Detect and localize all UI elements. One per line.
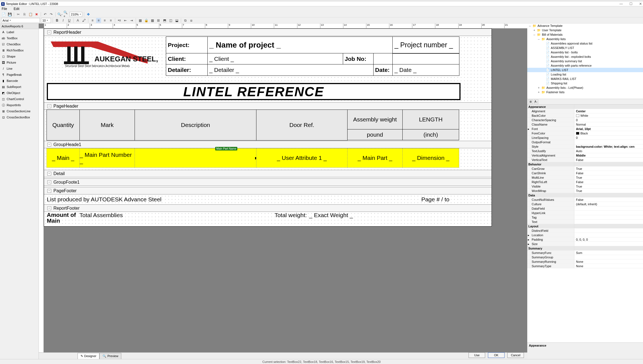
toolbox-item[interactable]: ¶PageBreak [0,72,38,78]
tree-item[interactable]: 📄Loading list [527,72,643,77]
group-icon[interactable]: ⧉ [183,18,188,23]
bullets-icon[interactable]: •≡ [117,18,122,23]
property-row[interactable]: WordWrapTrue [527,189,643,193]
italic-icon[interactable]: I [61,18,66,23]
cut-icon[interactable]: ✂ [16,12,21,17]
outdent-icon[interactable]: ⇤ [123,18,128,23]
property-row[interactable]: HyperLink [527,211,643,215]
menu-file[interactable]: File [2,7,7,11]
underline-icon[interactable]: U [67,18,72,23]
tree-item[interactable]: –📁Advance Template [527,24,643,28]
menu-edit[interactable]: Edit [14,7,19,11]
property-row[interactable]: SummaryRunningNone [527,259,643,264]
tree-item[interactable]: +📁Assembly lists - Lot(Phase) [527,85,643,90]
delete-icon[interactable]: ✖ [34,12,39,17]
undo-icon[interactable]: ↶ [43,12,48,17]
property-row[interactable]: AlignmentCenter [527,109,643,113]
ok-button[interactable]: OK [488,352,505,358]
align-middle-icon[interactable]: ◫ [168,18,173,23]
highlight-icon[interactable]: 🖍 [81,18,86,23]
tree-item[interactable]: 📄Assembly with parts reference [527,63,643,68]
align-center-icon[interactable]: ≡ [96,18,101,23]
border-icon[interactable]: ▦ [138,18,143,23]
toolbox-item[interactable]: ⓘReportInfo [0,102,38,108]
property-row[interactable]: Stylebackground-color: White; text-align… [527,144,643,149]
collapse-icon[interactable]: − [47,30,51,34]
zoom-in-icon[interactable]: 🔍+ [63,12,68,17]
toolbox-item[interactable]: ◩OleObject [0,90,38,96]
tree-item[interactable]: +📁Fastener lists [527,90,643,94]
property-row[interactable]: Tag [527,215,643,220]
maximize-button[interactable]: ☐ [629,2,632,6]
redo-icon[interactable]: ↷ [49,12,54,17]
close-button[interactable]: ✕ [639,2,642,6]
toolbox-item[interactable]: ≣RichTextBox [0,47,38,53]
lock-icon[interactable]: 🔒 [144,18,149,23]
bold-icon[interactable]: B [55,18,60,23]
tree-item[interactable]: 📄Assembly list - exploded bolts [527,54,643,59]
toolbox-item[interactable]: ☑CheckBox [0,41,38,47]
header-table[interactable]: Project: _ Name of project _ _ Project n… [166,37,459,76]
font-size-select[interactable]: 10 [41,18,51,23]
align-top-icon[interactable]: ⬒ [162,18,167,23]
tree-item[interactable]: 📄Assemblies approval status list [527,41,643,46]
property-row[interactable]: SummaryFuncSum [527,251,643,255]
property-row[interactable]: SummaryGroup [527,255,643,259]
report-title-box[interactable]: LINTEL REFERENCE [47,83,461,100]
property-row[interactable]: Text [527,220,643,224]
move-icon[interactable]: ✥ [86,12,91,17]
toolbox-item[interactable]: abTextBox [0,35,38,41]
toolbox-item[interactable]: ▤SubReport [0,84,38,90]
property-row[interactable]: DataField [527,206,643,211]
pagefooter-left[interactable]: List produced by AUTODESK Advance Steel [47,196,161,203]
property-row[interactable]: SummaryTypeNone [527,264,643,268]
toolbox-item[interactable]: ⊡CrossSectionBox [0,114,38,120]
property-row[interactable]: CanShrinkFalse [527,171,643,175]
grid-icon[interactable]: ▦ [150,18,155,23]
toolbox-item[interactable]: ALabel [0,29,38,35]
property-row[interactable]: VerticalTextFalse [527,158,643,162]
tree-item[interactable]: 📄LINTEL LIST [527,68,643,72]
property-row[interactable]: DistinctField [527,228,643,233]
property-row[interactable]: RightToLeftFalse [527,180,643,184]
align-justify-icon[interactable]: ≡ [108,18,113,23]
ungroup-icon[interactable]: ⧈ [189,18,194,23]
zoom-select[interactable]: 210% [70,12,82,17]
property-row[interactable]: ForeColorBlack [527,131,643,136]
align-left-icon[interactable]: ≡ [90,18,95,23]
toolbox-item[interactable]: /Line [0,66,38,72]
tree-item[interactable]: 📄ASSEMBLY LIST [527,46,643,50]
paste-icon[interactable]: 📋 [28,12,33,17]
align-bottom-icon[interactable]: ⬓ [174,18,179,23]
use-button[interactable]: Use [469,352,485,358]
tree-item[interactable]: 📄Assembly summary list [527,59,643,63]
group-header-row[interactable]: _ Main _ _ Main Part Number _ Main Part … [47,148,461,168]
property-row[interactable]: BackColorWhite [527,113,643,118]
save-icon[interactable]: 💾 [7,12,12,17]
font-select[interactable]: Arial [1,18,40,23]
tab-designer[interactable]: ✎Designer [78,353,99,359]
property-row[interactable]: OutputFormat [527,140,643,144]
property-row[interactable]: ▸FontArial, 10pt [527,127,643,131]
tree-item[interactable]: 📄MARKS RAIL LIST [527,77,643,81]
toolbox-item[interactable]: ◻Shape [0,53,38,59]
tree-item[interactable]: –📁Assembly lists [527,37,643,41]
property-row[interactable]: ▸Padding0, 0, 0, 0 [527,237,643,242]
property-row[interactable]: CharacterSpacing0 [527,118,643,122]
property-row[interactable]: LineSpacing0 [527,136,643,140]
property-row[interactable]: TextJustifyAuto [527,149,643,153]
company-logo[interactable]: AUKEGAN STEEL, LLC Structural Steel Stee… [48,39,159,69]
property-row[interactable]: MultiLineTrue [527,175,643,180]
snap-icon[interactable]: ⊞ [156,18,161,23]
cancel-button[interactable]: Cancel [507,352,524,358]
pagefooter-right[interactable]: Page # / to [421,196,449,203]
tree-item[interactable]: 📄Assembly list - bolts [527,50,643,54]
property-row[interactable]: CountNullValuesFalse [527,197,643,202]
toolbox-item[interactable]: ⊞CrossSectionLine [0,108,38,114]
property-grid[interactable]: AppearanceAlignmentCenterBackColorWhiteC… [527,105,643,342]
copy-icon[interactable]: ⎘ [22,12,27,17]
property-row[interactable]: Culture(default, inherit) [527,202,643,206]
property-row[interactable]: ▸Size [527,242,643,246]
property-row[interactable]: ClassNameNormal [527,122,643,127]
font-color-icon[interactable]: A [75,18,80,23]
